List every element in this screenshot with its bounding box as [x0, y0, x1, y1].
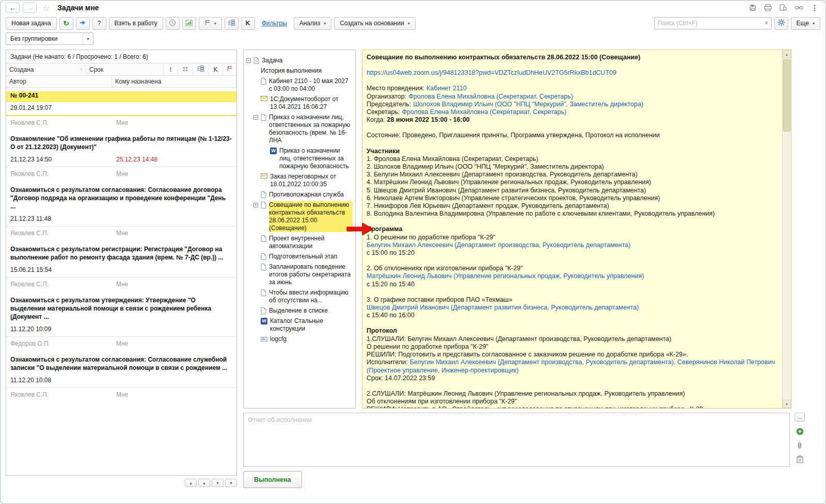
- execution-report-input[interactable]: [244, 413, 789, 466]
- column-importance[interactable]: !: [164, 63, 178, 75]
- k-button[interactable]: K: [241, 17, 255, 30]
- tree-node-history[interactable]: История выполнения: [261, 67, 353, 75]
- page-up-button[interactable]: ▲: [198, 479, 210, 487]
- report-chart-button[interactable]: [182, 17, 196, 30]
- task-row[interactable]: Ознакомление "Об изменении графика работ…: [6, 131, 236, 182]
- tree-node-order[interactable]: − Приказ о назначении лиц, ответственных…: [253, 113, 353, 144]
- detail-scrollbar[interactable]: ▲ ▼: [782, 50, 791, 408]
- more-menu-icon[interactable]: ⋮: [811, 4, 818, 12]
- task-created: 11.12.20 10:08: [10, 377, 116, 384]
- place-link[interactable]: Кабинет 2110: [426, 85, 467, 92]
- task-list-header: Задачи (Не начато: 6 / Просрочено: 1 / В…: [6, 50, 236, 63]
- column-due[interactable]: Срок: [86, 63, 164, 75]
- go-first-button[interactable]: ▲: [185, 479, 197, 487]
- deadline-clock-button[interactable]: [166, 17, 180, 30]
- task-row[interactable]: № 00-241 29.01.24 19:07 Яковлев С.П.Мне: [6, 88, 236, 131]
- program-speaker-link[interactable]: Матрёшкин Леонид Львович (Управление рег…: [367, 272, 644, 280]
- expander-icon[interactable]: −: [253, 115, 258, 120]
- task-row[interactable]: Ознакомиться с результатом согласования:…: [6, 352, 236, 403]
- page-down-button[interactable]: ▼: [212, 479, 224, 487]
- tree-node-word-doc[interactable]: W Каталог Стальные конструкции: [261, 317, 353, 333]
- column-status[interactable]: [178, 63, 193, 75]
- forward-button[interactable]: →: [23, 3, 37, 13]
- scrollbar-thumb[interactable]: [783, 59, 790, 132]
- column-hierarchy[interactable]: [193, 63, 209, 75]
- tree-node-task[interactable]: − Задача: [246, 57, 353, 64]
- expand-report-button[interactable]: ...: [795, 413, 805, 421]
- state-value: Проведено, Приглашения приняты, Программ…: [402, 132, 660, 139]
- protocol-heard: 2.СЛУШАЛИ: Матрёшкин Леонид Львович (Упр…: [367, 390, 778, 398]
- paste-icon[interactable]: [797, 456, 803, 463]
- tree-node-attachment[interactable]: Противопожарная служба: [261, 191, 353, 199]
- tree-node-attachment[interactable]: Чтобы ввести информацию об отсутствии на…: [261, 289, 353, 304]
- filters-link[interactable]: Фильтры: [262, 20, 287, 27]
- tree-node-attachment[interactable]: Выделение в списке: [261, 307, 353, 315]
- column-k[interactable]: K: [209, 63, 223, 75]
- tree-node-attachment[interactable]: Запланировать поведение итогов работы се…: [261, 263, 353, 286]
- scroll-up-icon[interactable]: ▲: [783, 50, 791, 58]
- column-created[interactable]: Создана↑: [6, 63, 86, 75]
- scroll-down-icon[interactable]: ▼: [783, 400, 791, 408]
- refresh-button[interactable]: ↻: [59, 17, 73, 30]
- take-to-work-button[interactable]: Взять в работу: [109, 17, 163, 30]
- list-pager: ▲ ▲ ▼ ▼: [6, 479, 237, 487]
- chair-link[interactable]: Шолохов Владимир Ильич (ООО "НПЦ "Меркур…: [413, 101, 643, 108]
- participant: 5. Швецов Дмитрий Иванович (Департамент …: [367, 187, 778, 194]
- task-title: Ознакомиться с результатом утверждения: …: [6, 296, 236, 323]
- expander-icon[interactable]: −: [246, 58, 251, 63]
- hierarchy-button[interactable]: [225, 17, 239, 30]
- tree-node-attachment[interactable]: Проект внутренней автоматизации: [261, 235, 353, 250]
- expander-icon[interactable]: +: [253, 203, 258, 207]
- tree-node-word-doc[interactable]: W Приказ о назначении лиц, ответственных…: [270, 147, 353, 170]
- column-author[interactable]: Автор: [6, 76, 112, 87]
- secretary-link[interactable]: Фролова Елена Михайловна (Секретариат, С…: [402, 108, 566, 116]
- file-icon: [261, 235, 266, 242]
- tree-node-mail[interactable]: Заказ переговорных от 18.01.2022 10:00:3…: [261, 173, 353, 188]
- forward-task-button[interactable]: [76, 17, 90, 30]
- executors-links[interactable]: Белугин Михаил Алексеевич (Департамент п…: [367, 359, 775, 373]
- tree-node-attachment[interactable]: Подготовительный этап: [261, 253, 353, 261]
- zoom-link[interactable]: https://us04web.zoom.us/j/948123318?pwd=…: [367, 69, 616, 76]
- task-row[interactable]: Ознакомиться с результатом согласования:…: [6, 182, 236, 241]
- organizer-link[interactable]: Фролова Елена Михайловна (Секретариат, С…: [408, 93, 573, 100]
- go-last-button[interactable]: ▼: [225, 479, 237, 487]
- program-topic: 2. Об отклонениях при изготовлении прибо…: [367, 265, 778, 272]
- clear-search-icon[interactable]: ×: [762, 20, 771, 27]
- done-button[interactable]: Выполнена: [243, 471, 302, 488]
- print-icon[interactable]: [764, 4, 772, 11]
- participants-header: Участники: [367, 148, 778, 155]
- tree-node-meeting[interactable]: + Совещание по выполнению контрактных об…: [253, 201, 353, 232]
- save-icon[interactable]: [749, 4, 756, 11]
- create-based-on-button[interactable]: Создать на основании▾: [334, 17, 416, 30]
- column-flag[interactable]: [223, 63, 236, 75]
- search-input[interactable]: [655, 18, 762, 29]
- help-button[interactable]: ?: [92, 17, 106, 30]
- new-task-button[interactable]: Новая задача: [6, 17, 57, 30]
- analysis-dropdown-button[interactable]: Анализ▾: [294, 17, 332, 30]
- tree-node-mail[interactable]: 1С:Документооборот от 13.04.2021 16:06:2…: [261, 95, 353, 111]
- down-icon: ▼: [229, 481, 233, 485]
- program-speaker-link[interactable]: Швецов Дмитрий Иванович (Департамент раз…: [367, 304, 639, 311]
- task-row[interactable]: Ознакомиться с результатом утверждения: …: [6, 292, 236, 352]
- add-icon[interactable]: [796, 428, 804, 435]
- more-button[interactable]: Еще▾: [791, 17, 820, 30]
- favorite-star-icon[interactable]: ☆: [42, 3, 50, 13]
- flag-dropdown-button[interactable]: ▾: [199, 17, 222, 30]
- tree-node-attachment[interactable]: Кабинет 2110 - 10 мая 2027 с 03:00 по 04…: [261, 77, 353, 93]
- file-icon: [261, 253, 266, 260]
- file-icon: [261, 307, 266, 314]
- attach-icon[interactable]: [797, 442, 803, 449]
- settings-button[interactable]: [774, 17, 788, 30]
- sort-asc-icon: ↑: [80, 67, 83, 72]
- back-button[interactable]: ←: [6, 3, 20, 13]
- task-due: [116, 215, 232, 222]
- task-row[interactable]: Ознакомиться с результатом регистрации: …: [6, 241, 236, 292]
- link-icon[interactable]: [795, 5, 803, 10]
- tree-node-logcfg[interactable]: logcfg: [261, 335, 353, 343]
- protocol-topic: О решении по доработке прибора "К-29": [367, 343, 778, 351]
- program-speaker-link[interactable]: Белугин Михаил Алексеевич (Департамент п…: [367, 241, 630, 249]
- column-assignee[interactable]: Кому назначена: [112, 76, 236, 87]
- organizer-label: Организатор:: [367, 93, 406, 100]
- grouping-select[interactable]: Без группировки ▾: [6, 32, 93, 45]
- preview-icon[interactable]: [780, 4, 787, 11]
